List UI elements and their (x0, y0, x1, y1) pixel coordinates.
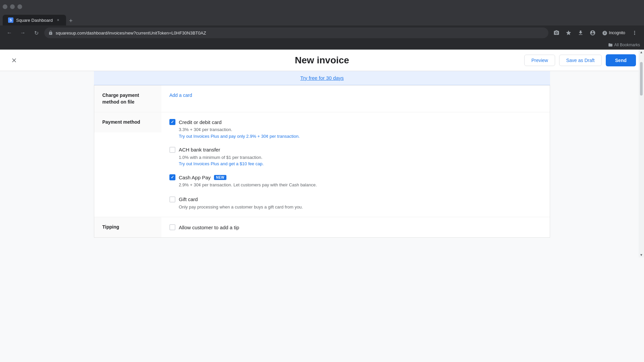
tipping-content: Allow customer to add a tip (161, 218, 550, 237)
giftcard-label: Gift card (179, 196, 198, 202)
app-header: New invoice Preview Save as Draft Send (0, 50, 644, 71)
promo-link[interactable]: Try free for 30 days (300, 75, 344, 81)
bookmarks-bar: All Bookmarks (0, 40, 644, 50)
maximize-button[interactable] (10, 4, 15, 9)
add-card-link[interactable]: Add a card (169, 93, 192, 98)
payment-option-credit-row: Credit or debit card (169, 119, 542, 125)
allow-tip-label: Allow customer to add a tip (179, 225, 239, 230)
credit-debit-label: Credit or debit card (179, 119, 222, 125)
window-controls (3, 4, 22, 9)
allow-tip-checkbox[interactable] (169, 224, 175, 230)
folder-icon (608, 43, 613, 47)
forward-button[interactable]: → (17, 27, 28, 38)
send-button[interactable]: Send (606, 54, 636, 66)
scrollbar: ▲ ▼ (639, 50, 644, 257)
payment-method-row: Payment method Credit or debit card 3.3%… (94, 112, 550, 217)
back-button[interactable]: ← (4, 27, 15, 38)
payment-option-credit: Credit or debit card 3.3% + 30¢ per tran… (169, 119, 542, 139)
payment-option-giftcard: Gift card Only pay processing when a cus… (169, 196, 542, 210)
app-container: New invoice Preview Save as Draft Send T… (0, 50, 644, 362)
ach-checkbox[interactable] (169, 147, 175, 153)
active-tab[interactable]: S Square Dashboard × (3, 15, 66, 25)
charge-payment-label: Charge payment method on file (102, 92, 153, 105)
charge-payment-content: Add a card (161, 85, 550, 112)
tipping-label-col: Tipping (94, 217, 161, 237)
main-content: Charge payment method on file Add a card… (0, 85, 644, 238)
url-text: squaresup.com/dashboard/invoices/new?cur… (56, 31, 206, 36)
save-draft-button[interactable]: Save as Draft (559, 55, 602, 66)
ach-upsell-link[interactable]: Try out Invoices Plus and get a $10 fee … (179, 161, 542, 166)
tipping-row: Tipping Allow customer to add a tip (94, 217, 550, 237)
tab-close-icon[interactable]: × (55, 17, 61, 23)
profile-icon-button[interactable] (587, 27, 598, 38)
download-icon-button[interactable] (575, 27, 586, 38)
close-invoice-button[interactable] (8, 54, 20, 66)
incognito-label: Incognito (609, 31, 625, 35)
scroll-thumb (640, 62, 643, 96)
header-actions: Preview Save as Draft Send (524, 54, 636, 66)
charge-payment-label-col: Charge payment method on file (94, 85, 161, 112)
payment-method-label-col: Payment method (94, 112, 161, 132)
tab-bar: S Square Dashboard × + (0, 13, 644, 25)
payment-method-content: Credit or debit card 3.3% + 30¢ per tran… (161, 112, 550, 217)
tipping-option-row: Allow customer to add a tip (169, 224, 542, 230)
credit-debit-checkbox[interactable] (169, 119, 175, 125)
nav-icons: Incognito (551, 27, 640, 38)
camera-icon-button[interactable] (551, 27, 562, 38)
payment-option-cashapp-row: Cash App Pay NEW (169, 174, 542, 180)
window-close-button[interactable] (17, 4, 22, 9)
charge-payment-row: Charge payment method on file Add a card (94, 85, 550, 112)
browser-window: S Square Dashboard × + ← → ↻ squaresup.c… (0, 0, 644, 362)
cashapp-label: Cash App Pay (179, 175, 211, 180)
new-tab-button[interactable]: + (66, 16, 75, 25)
new-badge: NEW (214, 175, 226, 180)
credit-debit-desc: 3.3% + 30¢ per transaction. (179, 126, 542, 133)
ach-desc: 1.0% with a minimum of $1 per transactio… (179, 154, 542, 161)
title-bar (0, 0, 644, 13)
incognito-badge: Incognito (599, 29, 628, 37)
payment-option-giftcard-row: Gift card (169, 196, 542, 202)
payment-option-cashapp: Cash App Pay NEW 2.9% + 30¢ per transact… (169, 174, 542, 188)
payment-option-ach-row: ACH bank transfer (169, 147, 542, 153)
menu-button[interactable] (629, 27, 640, 38)
form-card: Charge payment method on file Add a card… (94, 85, 550, 238)
scroll-down-arrow[interactable]: ▼ (640, 253, 643, 257)
address-bar[interactable]: squaresup.com/dashboard/invoices/new?cur… (44, 27, 548, 38)
scroll-up-arrow[interactable]: ▲ (640, 50, 643, 54)
payment-option-ach: ACH bank transfer 1.0% with a minimum of… (169, 147, 542, 167)
scroll-track (640, 55, 643, 252)
cashapp-desc: 2.9% + 30¢ per transaction. Let customer… (179, 182, 542, 188)
nav-bar: ← → ↻ squaresup.com/dashboard/invoices/n… (0, 25, 644, 40)
giftcard-checkbox[interactable] (169, 196, 175, 202)
cashapp-checkbox[interactable] (169, 174, 175, 180)
tab-favicon: S (8, 17, 13, 23)
giftcard-desc: Only pay processing when a customer buys… (179, 204, 542, 210)
reload-button[interactable]: ↻ (31, 27, 42, 38)
preview-button[interactable]: Preview (524, 55, 555, 66)
star-icon-button[interactable] (563, 27, 574, 38)
promo-banner: Try free for 30 days (94, 71, 550, 85)
promo-banner-wrapper: Try free for 30 days (94, 71, 550, 85)
tab-title: Square Dashboard (16, 18, 53, 23)
credit-debit-upsell-link[interactable]: Try out Invoices Plus and pay only 2.9% … (179, 134, 542, 139)
minimize-button[interactable] (3, 4, 7, 9)
ach-label: ACH bank transfer (179, 147, 220, 153)
page-title: New invoice (295, 55, 349, 66)
lock-icon (48, 31, 53, 35)
bookmarks-label: All Bookmarks (614, 43, 640, 47)
payment-method-label: Payment method (102, 119, 153, 126)
tipping-label: Tipping (102, 224, 153, 231)
